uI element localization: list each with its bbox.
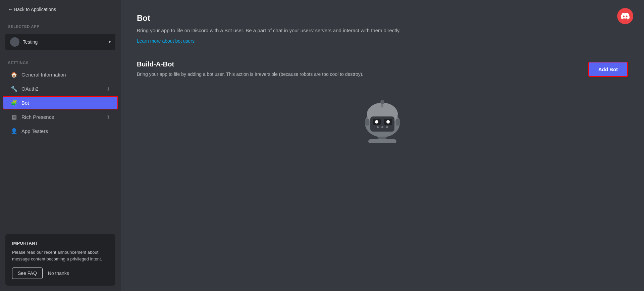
sidebar-item-oauth2[interactable]: 🔧 OAuth2 ❯	[3, 82, 118, 95]
main-content: Bot Bring your app to life on Discord wi…	[121, 0, 644, 291]
svg-point-8	[386, 120, 390, 124]
settings-label: SETTINGS	[0, 55, 121, 67]
build-a-bot-title: Build-A-Bot	[137, 60, 575, 68]
bot-illustration	[137, 91, 628, 145]
sidebar-item-rich-presence[interactable]: ▤ Rich Presence ❯	[3, 110, 118, 124]
discord-logo-icon	[621, 13, 630, 19]
chevron-right-icon: ❯	[107, 86, 110, 91]
robot-image	[356, 91, 409, 145]
sidebar-item-label: OAuth2	[21, 86, 39, 92]
svg-rect-13	[368, 139, 396, 143]
important-box: IMPORTANT Please read our recent announc…	[5, 234, 115, 286]
app-avatar	[10, 37, 19, 47]
selected-app-label: SELECTED APP	[0, 19, 121, 31]
sidebar-item-app-testers[interactable]: 👤 App Testers	[3, 124, 118, 138]
svg-point-10	[381, 126, 383, 128]
sidebar-item-label: General Information	[21, 72, 66, 78]
discord-icon-button[interactable]	[617, 8, 633, 24]
important-text: Please read our recent announcement abou…	[12, 249, 109, 262]
puzzle-icon: 🧩	[11, 99, 17, 106]
sidebar-item-general-information[interactable]: 🏠 General Information	[3, 68, 118, 81]
app-name: Testing	[23, 39, 38, 45]
page-title: Bot	[137, 13, 628, 23]
sidebar-item-label: Rich Presence	[21, 114, 54, 120]
svg-point-9	[377, 126, 379, 128]
sidebar-item-bot[interactable]: 🧩 Bot	[3, 96, 118, 109]
page-description: Bring your app to life on Discord with a…	[137, 27, 439, 35]
person-icon: 👤	[11, 128, 17, 134]
svg-point-3	[380, 100, 384, 104]
chevron-right-icon: ❯	[107, 114, 110, 119]
app-selector-dropdown[interactable]: Testing ▾	[5, 34, 115, 50]
build-a-bot-description: Bring your app to life by adding a bot u…	[137, 71, 405, 78]
important-title: IMPORTANT	[12, 241, 109, 246]
build-a-bot-section: Build-A-Bot Bring your app to life by ad…	[137, 60, 628, 145]
wrench-icon: 🔧	[11, 85, 17, 92]
sidebar: ← Back to Applications SELECTED APP Test…	[0, 0, 121, 291]
sidebar-item-label: App Testers	[21, 128, 48, 134]
rich-presence-icon: ▤	[11, 113, 17, 120]
no-thanks-button[interactable]: No thanks	[48, 271, 69, 276]
see-faq-button[interactable]: See FAQ	[12, 268, 43, 279]
sidebar-item-label: Bot	[21, 100, 29, 106]
svg-rect-15	[396, 119, 400, 126]
home-icon: 🏠	[11, 71, 17, 78]
add-bot-button[interactable]: Add Bot	[588, 62, 628, 77]
learn-more-link[interactable]: Learn more about bot users	[137, 38, 195, 44]
svg-point-11	[386, 126, 388, 128]
svg-rect-14	[365, 119, 369, 126]
back-to-applications-link[interactable]: ← Back to Applications	[0, 0, 121, 19]
svg-point-7	[375, 120, 378, 124]
chevron-down-icon: ▾	[109, 40, 111, 44]
